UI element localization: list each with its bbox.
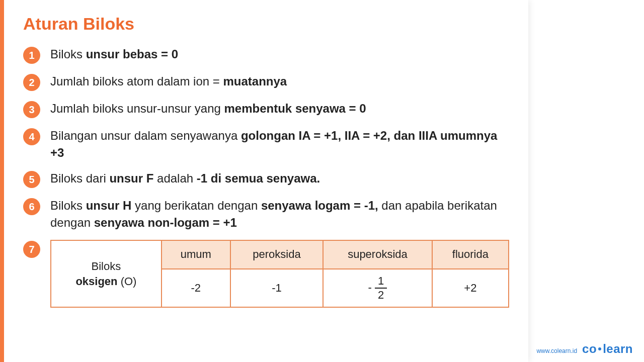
slide-page: Aturan Biloks 1 Biloks unsur bebas = 0 2… (0, 0, 528, 362)
text-segment: Jumlah biloks unsur-unsur yang (50, 102, 224, 115)
brand-part-b: learn (603, 342, 633, 355)
rule-number-badge: 3 (23, 101, 40, 118)
rule-number-badge: 2 (23, 74, 40, 91)
text-segment: adalah (153, 171, 196, 185)
text-segment: Jumlah biloks atom dalam ion = (50, 74, 223, 88)
text-bold: unsur bebas = 0 (86, 47, 178, 61)
rule-4: 4 Bilangan unsur dalam senyawanya golong… (23, 127, 509, 161)
rule-text: Biloks dari unsur F adalah -1 di semua s… (50, 170, 509, 187)
text-bold: -1 di semua senyawa. (197, 171, 320, 185)
page-title: Aturan Biloks (23, 14, 509, 34)
col-header: peroksida (230, 240, 323, 269)
text-bold: senyawa logam = -1, (261, 199, 378, 212)
text-segment: Biloks (50, 47, 86, 61)
text-segment: Biloks (92, 260, 121, 273)
footer-brand-area: www.colearn.id colearn (536, 342, 633, 356)
text-segment: (O) (118, 275, 137, 288)
rule-number-badge: 7 (23, 241, 40, 258)
text-bold: unsur F (109, 171, 153, 185)
rule-5: 5 Biloks dari unsur F adalah -1 di semua… (23, 170, 509, 188)
rule-text: Bilangan unsur dalam senyawanya golongan… (50, 127, 509, 161)
rule-7: 7 Biloks oksigen (O) umum peroksida supe… (23, 240, 509, 308)
value-cell: -1 (230, 269, 323, 307)
row-header-cell: Biloks oksigen (O) (51, 240, 162, 307)
text-segment: Biloks (50, 199, 86, 212)
fraction-numer: 1 (375, 276, 387, 289)
rule-number-badge: 6 (23, 198, 40, 215)
rule-number-badge: 4 (23, 128, 40, 145)
text-bold: unsur H (86, 199, 132, 212)
rule-number-badge: 1 (23, 47, 40, 64)
text-segment: - (368, 281, 375, 294)
col-header: superoksida (323, 240, 432, 269)
value-cell: -2 (162, 269, 230, 307)
rule-text: Jumlah biloks atom dalam ion = muatannya (50, 73, 509, 90)
brand-part-a: co (582, 342, 597, 355)
text-bold: senyawa non-logam = +1 (94, 216, 237, 229)
rule-text: Biloks unsur bebas = 0 (50, 46, 509, 63)
col-header: fluorida (432, 240, 509, 269)
text-segment: Biloks dari (50, 171, 109, 185)
rule-number-badge: 5 (23, 171, 40, 188)
dot-icon (598, 347, 601, 350)
rules-list: 1 Biloks unsur bebas = 0 2 Jumlah biloks… (23, 46, 509, 308)
rule-text: Biloks unsur H yang berikatan dengan sen… (50, 197, 509, 231)
value-cell: - 12 (323, 269, 432, 307)
fraction: 12 (375, 276, 387, 301)
fraction-denom: 2 (378, 289, 384, 301)
rule-table-wrap: Biloks oksigen (O) umum peroksida supero… (50, 240, 509, 308)
text-bold: membentuk senyawa = 0 (224, 102, 366, 115)
value-cell: +2 (432, 269, 509, 307)
rule-text: Jumlah biloks unsur-unsur yang membentuk… (50, 100, 509, 117)
table-header-row: Biloks oksigen (O) umum peroksida supero… (51, 240, 509, 269)
rule-3: 3 Jumlah biloks unsur-unsur yang membent… (23, 100, 509, 118)
text-bold: muatannya (223, 74, 287, 88)
rule-6: 6 Biloks unsur H yang berikatan dengan s… (23, 197, 509, 231)
text-bold: oksigen (75, 275, 117, 288)
rule-1: 1 Biloks unsur bebas = 0 (23, 46, 509, 64)
rule-2: 2 Jumlah biloks atom dalam ion = muatann… (23, 73, 509, 91)
brand-logo: colearn (582, 342, 633, 356)
oxygen-biloks-table: Biloks oksigen (O) umum peroksida supero… (50, 240, 509, 308)
text-segment: Bilangan unsur dalam senyawanya (50, 129, 241, 142)
col-header: umum (162, 240, 230, 269)
footer-url: www.colearn.id (536, 347, 577, 354)
text-segment: yang berikatan dengan (131, 199, 261, 212)
